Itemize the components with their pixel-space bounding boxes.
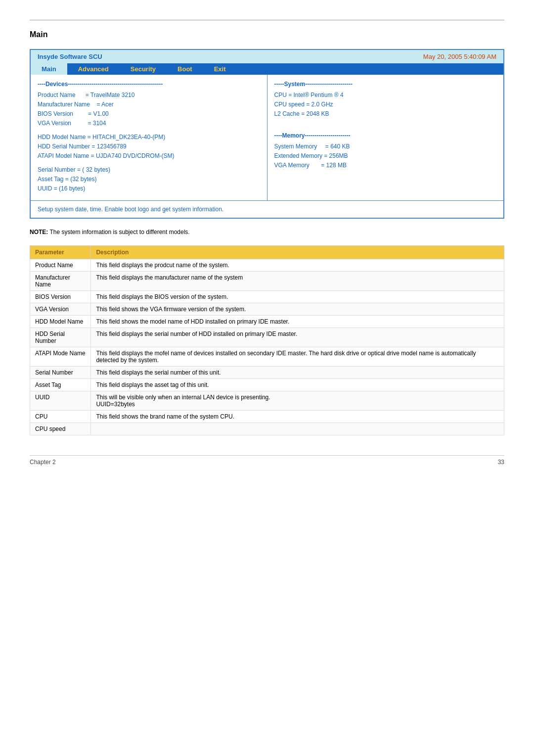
table-row: HDD Model NameThis field shows the model… xyxy=(30,316,504,328)
col-description: Description xyxy=(91,246,504,259)
table-row: Asset TagThis field displays the asset t… xyxy=(30,379,504,391)
desc-cell: This field shows the VGA firmware versio… xyxy=(91,303,504,316)
bios-nav: Main Advanced Security Boot Exit xyxy=(31,63,503,75)
table-row: HDD Serial NumberThis field displays the… xyxy=(30,328,504,347)
desc-cell: This field shows the model name of HDD i… xyxy=(91,316,504,328)
note-label: NOTE: xyxy=(30,229,48,236)
bios-right-panel: -----System------------------------ CPU … xyxy=(267,75,504,200)
table-row: VGA VersionThis field shows the VGA firm… xyxy=(30,303,504,316)
table-row: UUIDThis will be visible only when an in… xyxy=(30,391,504,411)
table-header-row: Parameter Description xyxy=(30,246,504,259)
asset-tag-field: Asset Tag = (32 bytes) xyxy=(38,176,260,183)
table-row: Product NameThis field displays the prod… xyxy=(30,259,504,272)
bios-datetime: May 20, 2005 5:40:09 AM xyxy=(423,53,496,60)
desc-cell: This field displays the asset tag of thi… xyxy=(91,379,504,391)
table-row: CPU speed xyxy=(30,423,504,435)
bios-footer: Setup system date, time. Enable boot log… xyxy=(31,200,503,218)
param-cell: Manufacturer Name xyxy=(30,272,91,291)
param-cell: Serial Number xyxy=(30,367,91,379)
nav-boot[interactable]: Boot xyxy=(167,63,203,75)
bios-footer-text: Setup system date, time. Enable boot log… xyxy=(38,206,223,213)
table-row: CPUThis field shows the brand name of th… xyxy=(30,411,504,423)
param-cell: Product Name xyxy=(30,259,91,272)
param-cell: CPU xyxy=(30,411,91,423)
note-body: The system information is subject to dif… xyxy=(48,229,189,236)
vga-version-field: VGA Version = 3104 xyxy=(38,120,260,127)
other-fields: Serial Number = ( 32 bytes) Asset Tag = … xyxy=(38,166,260,192)
page-title: Main xyxy=(30,30,504,39)
memory-title: ----Memory----------------------- xyxy=(274,132,497,139)
desc-cell: This field displays the BIOS version of … xyxy=(91,291,504,303)
chapter-label: Chapter 2 xyxy=(30,459,56,466)
param-cell: ATAPI Mode Name xyxy=(30,347,91,367)
uuid-field: UUID = (16 bytes) xyxy=(38,185,260,192)
cpu-speed-field: CPU speed = 2.0 GHz xyxy=(274,101,497,108)
cpu-field: CPU = Intel® Pentium ® 4 xyxy=(274,92,497,98)
desc-cell: This field displays the mofel name of de… xyxy=(91,347,504,367)
system-memory-field: System Memory = 640 KB xyxy=(274,143,497,150)
param-cell: UUID xyxy=(30,391,91,411)
desc-cell: This field displays the serial number of… xyxy=(91,367,504,379)
serial-number-field: Serial Number = ( 32 bytes) xyxy=(38,166,260,173)
bios-version-field: BIOS Version = V1.00 xyxy=(38,110,260,117)
table-row: ATAPI Mode NameThis field displays the m… xyxy=(30,347,504,367)
bios-body: ----Devices-----------------------------… xyxy=(31,75,503,200)
memory-section: ----Memory----------------------- System… xyxy=(274,132,497,169)
atapi-model-field: ATAPI Model Name = UJDA740 DVD/CDROM-(SM… xyxy=(38,152,260,159)
table-row: Serial NumberThis field displays the ser… xyxy=(30,367,504,379)
param-cell: HDD Model Name xyxy=(30,316,91,328)
page-number: 33 xyxy=(498,459,504,466)
parameter-table: Parameter Description Product NameThis f… xyxy=(30,245,504,435)
hdd-serial-field: HDD Serial Number = 123456789 xyxy=(38,143,260,150)
hdd-fields: HDD Model Name = HITACHI_DK23EA-40-(PM) … xyxy=(38,134,260,159)
devices-title: ----Devices-----------------------------… xyxy=(38,81,260,88)
desc-cell: This field displays the prodcut name of … xyxy=(91,259,504,272)
vga-memory-field: VGA Memory = 128 MB xyxy=(274,162,497,169)
desc-cell: This will be visible only when an intern… xyxy=(91,391,504,411)
desc-cell: This field displays the manufacturer nam… xyxy=(91,272,504,291)
table-row: Manufacturer NameThis field displays the… xyxy=(30,272,504,291)
note-section: NOTE: The system information is subject … xyxy=(30,229,504,236)
desc-cell: This field shows the brand name of the s… xyxy=(91,411,504,423)
param-cell: CPU speed xyxy=(30,423,91,435)
param-cell: Asset Tag xyxy=(30,379,91,391)
desc-cell xyxy=(91,423,504,435)
top-border xyxy=(30,20,504,20)
system-title: -----System------------------------ xyxy=(274,81,497,88)
nav-main[interactable]: Main xyxy=(31,63,67,75)
hdd-model-field: HDD Model Name = HITACHI_DK23EA-40-(PM) xyxy=(38,134,260,141)
manufacturer-name-field: Manufacturer Name = Acer xyxy=(38,101,260,108)
col-parameter: Parameter xyxy=(30,246,91,259)
bios-left-panel: ----Devices-----------------------------… xyxy=(31,75,267,200)
extended-memory-field: Extended Memory = 256MB xyxy=(274,152,497,159)
nav-exit[interactable]: Exit xyxy=(203,63,237,75)
bios-screen: Insyde Software SCU May 20, 2005 5:40:09… xyxy=(30,49,504,219)
param-cell: HDD Serial Number xyxy=(30,328,91,347)
param-cell: VGA Version xyxy=(30,303,91,316)
product-name-field: Product Name = TravelMate 3210 xyxy=(38,92,260,98)
table-row: BIOS VersionThis field displays the BIOS… xyxy=(30,291,504,303)
l2-cache-field: L2 Cache = 2048 KB xyxy=(274,110,497,117)
param-cell: BIOS Version xyxy=(30,291,91,303)
bios-software-name: Insyde Software SCU xyxy=(38,53,102,60)
desc-cell: This field displays the serial number of… xyxy=(91,328,504,347)
page-footer: Chapter 2 33 xyxy=(30,455,504,466)
nav-security[interactable]: Security xyxy=(120,63,167,75)
nav-advanced[interactable]: Advanced xyxy=(67,63,120,75)
system-section: -----System------------------------ CPU … xyxy=(274,81,497,117)
bios-header: Insyde Software SCU May 20, 2005 5:40:09… xyxy=(31,50,503,63)
